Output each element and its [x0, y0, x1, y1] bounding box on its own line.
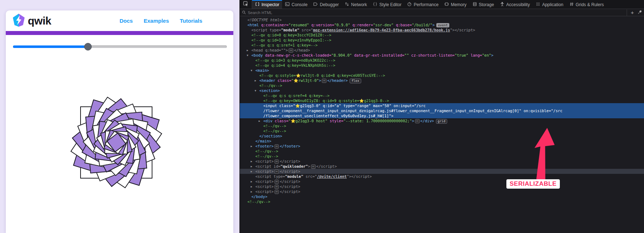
tab-memory[interactable]: Memory	[441, 0, 469, 9]
tab-style-editor[interactable]: Style Editor	[370, 0, 404, 9]
expand-ellipsis-badge[interactable]: ⋯	[322, 79, 327, 83]
tab-application[interactable]: Application	[533, 0, 566, 9]
nav-link-tutorials[interactable]: Tutorials	[180, 18, 202, 24]
markup-line[interactable]: ▶<footer>⋯</footer>	[240, 144, 644, 149]
tab-console[interactable]: Console	[282, 0, 310, 9]
markup-line[interactable]: <script type="module" src="/@vite/client…	[240, 174, 644, 179]
markup-line[interactable]: <!--/qv-->	[240, 154, 644, 159]
markup-line[interactable]: <!--/qv-->	[240, 128, 644, 133]
expand-ellipsis-badge[interactable]: ⋯	[275, 190, 279, 194]
code-segment: <div	[263, 119, 272, 123]
expand-ellipsis-badge[interactable]: ⋯	[275, 170, 279, 174]
code-segment: </footer>	[280, 144, 300, 148]
tab-inspector[interactable]: Inspector	[252, 0, 282, 9]
code-segment: "true"	[455, 53, 468, 57]
markup-line[interactable]: <!--/qv-->	[240, 83, 644, 88]
expand-ellipsis-badge[interactable]: ⋯	[275, 185, 279, 189]
code-segment: >	[491, 53, 493, 57]
twisty-collapsed-icon[interactable]: ▶	[251, 179, 255, 184]
markup-line[interactable]: ▶<header class="⭐rwl3jt-0">⋯</header>fle…	[240, 78, 644, 83]
code-segment: </script>	[280, 179, 300, 184]
markup-line[interactable]: ▶<script>⋯</script>	[240, 169, 644, 174]
markup-line[interactable]: <!--qv q:s q:sref=1 q:key=-->	[240, 43, 644, 48]
markup-line[interactable]: <!--/qv-->	[240, 149, 644, 154]
search-input[interactable]	[248, 10, 625, 15]
markup-line[interactable]: /flower_component__fragment_input_oninpu…	[240, 108, 644, 113]
markup-line[interactable]: <!--qv q:s q:sref=4 q:key=-->	[240, 93, 644, 98]
markup-line[interactable]: </main>	[240, 139, 644, 144]
twisty-collapsed-icon[interactable]: ▶	[251, 164, 255, 169]
twisty-collapsed-icon[interactable]: ▶	[251, 169, 255, 174]
markup-line[interactable]: ▶<script id="qwikloader">⋯</script>	[240, 164, 644, 169]
expand-ellipsis-badge[interactable]: ⋯	[275, 180, 279, 184]
code-segment: ""	[405, 53, 409, 57]
markup-line[interactable]: <script type="module" src="moz-extension…	[240, 27, 644, 32]
qwik-logo[interactable]: qwik	[12, 13, 51, 28]
markup-line[interactable]: <!--qv q:id=4 q:key=VkLNXphUh5s:-->	[240, 63, 644, 68]
twisty-collapsed-icon[interactable]: ▶	[251, 159, 255, 164]
code-segment: lang=	[468, 53, 482, 57]
markup-line[interactable]: <!--qv q:id=0 q:key=3sccYCDd1Z0:-->	[240, 32, 644, 38]
tab-label: Style Editor	[379, 2, 401, 7]
code-segment: style=	[328, 119, 343, 123]
markup-line[interactable]: <!--/qv-->	[240, 199, 644, 204]
markup-line[interactable]: ▶<script>⋯</script>	[240, 189, 644, 194]
markup-line[interactable]: ▼<main>	[240, 68, 644, 73]
expand-ellipsis-badge[interactable]: ⋯	[415, 119, 420, 123]
markup-line[interactable]: ▶<script>⋯</script>	[240, 184, 644, 189]
nav-link-docs[interactable]: Docs	[120, 18, 133, 24]
tab-performance[interactable]: Performance	[404, 0, 441, 9]
twisty-collapsed-icon[interactable]: ▶	[251, 189, 255, 194]
twisty-expanded-icon[interactable]: ▼	[251, 68, 255, 73]
nav-link-examples[interactable]: Examples	[144, 18, 169, 24]
markup-line[interactable]: <!--qv q:id=1 q:key=z1nvHyEppoI:-->	[240, 38, 644, 43]
code-segment: q:container=	[259, 23, 289, 27]
markup-line[interactable]: ▼<section>	[240, 88, 644, 93]
code-segment: "8.904.0"	[331, 53, 352, 57]
range-slider[interactable]	[13, 42, 227, 51]
eyedropper-icon[interactable]	[637, 9, 642, 16]
expand-ellipsis-badge[interactable]: ⋯	[275, 144, 279, 149]
node-picker-button[interactable]	[240, 0, 252, 9]
tab-accessibility[interactable]: Accessibility	[497, 0, 533, 9]
slider-thumb[interactable]	[84, 43, 92, 50]
markup-line[interactable]: <!--qv q:key=OW4nu0I1yZ8: q:id=9 q:sstyl…	[240, 98, 644, 103]
twisty-collapsed-icon[interactable]: ▶	[251, 144, 255, 149]
markup-line[interactable]: <input class="⭐g21qg3-0" q:id="a" type="…	[240, 103, 644, 108]
markup-line[interactable]: /flower_component_useclienteffect_v0y6u0…	[240, 113, 644, 118]
markup-line[interactable]: <!--qv q:sstyle=⭐rwl3jt-0 q:id=8 q:key=c…	[240, 73, 644, 78]
code-segment: src="	[299, 28, 313, 32]
tab-storage[interactable]: Storage	[470, 0, 497, 9]
expand-ellipsis-badge[interactable]: ⋯	[289, 48, 293, 53]
markup-line[interactable]: ▼<body data-new-gr-c-s-check-loaded="8.9…	[240, 53, 644, 58]
twisty-expanded-icon[interactable]: ▼	[255, 88, 259, 93]
event-badge[interactable]: event	[436, 23, 449, 27]
markup-line[interactable]: <!--qv q:id=3 q:key=nd8yk3KO22c:-->	[240, 58, 644, 63]
markup-line[interactable]: ▶<head q:head="">⋯</head>	[240, 48, 644, 53]
twisty-collapsed-icon[interactable]: ▶	[247, 48, 251, 53]
markup-line[interactable]: </section>	[240, 133, 644, 139]
expand-ellipsis-badge[interactable]: ⋯	[275, 159, 279, 164]
code-segment: <script>	[255, 189, 274, 194]
twisty-expanded-icon[interactable]: ▼	[247, 53, 251, 58]
markup-line[interactable]: <!--/qv-->	[240, 123, 644, 128]
markup-line[interactable]: ▶<script>⋯</script>	[240, 179, 644, 184]
add-node-icon[interactable]: +	[631, 10, 634, 15]
tab-grids-rulers[interactable]: Grids & Rulers	[566, 0, 607, 9]
twisty-collapsed-icon[interactable]: ▶	[255, 78, 259, 83]
markup-line[interactable]: ▶<script>⋯</script>	[240, 159, 644, 164]
expand-ellipsis-badge[interactable]: ⋯	[311, 164, 316, 169]
storage-icon	[472, 2, 477, 8]
code-segment: g21qg3-0" q:id="a" type="range" max="50"…	[300, 104, 426, 108]
markup-line[interactable]: <html q:container="resumed" q:version="0…	[240, 22, 644, 27]
markup-line[interactable]: ▶<div class="⭐g21qg3-0 host" style="--st…	[240, 118, 644, 123]
code-segment: <html	[247, 23, 259, 27]
markup-line[interactable]: <!DOCTYPE html>	[240, 17, 644, 22]
twisty-collapsed-icon[interactable]: ▶	[259, 119, 263, 124]
code-segment: </div>	[420, 119, 434, 123]
accent-bar	[6, 31, 233, 35]
twisty-collapsed-icon[interactable]: ▶	[251, 184, 255, 189]
tab-debugger[interactable]: Debugger	[310, 0, 342, 9]
tab-network[interactable]: Network	[342, 0, 370, 9]
markup-line[interactable]: </body>	[240, 194, 644, 199]
